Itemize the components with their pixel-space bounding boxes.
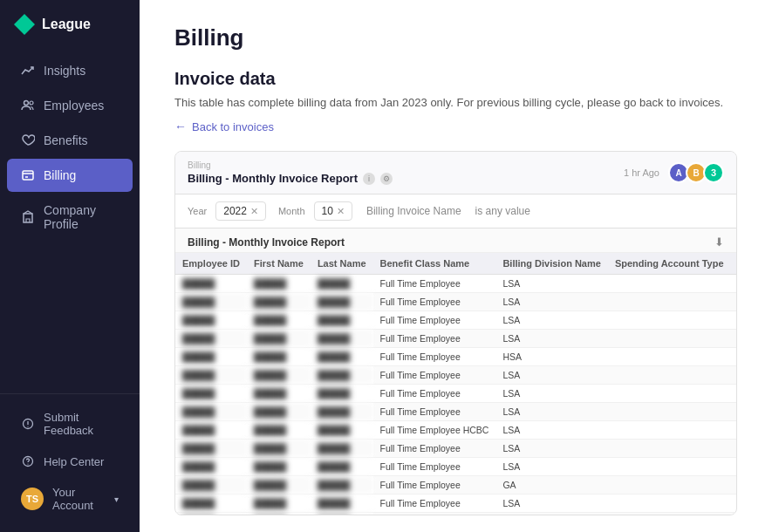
settings-icon[interactable]: ⚙ — [380, 173, 393, 185]
report-header-right: 1 hr Ago A B 3 — [624, 162, 724, 183]
sidebar-item-insights-label: Insights — [44, 64, 85, 78]
table-cell: Full Time Employee — [373, 293, 496, 311]
table-cell: 26,602.78 — [731, 275, 736, 293]
table-cell: █████ — [311, 494, 373, 513]
table-cell: █████ — [311, 440, 373, 458]
sidebar-item-employees[interactable]: Employees — [7, 89, 133, 122]
col-employee-id: Employee ID — [175, 253, 247, 275]
table-title: Billing - Monthly Invoice Report — [188, 236, 345, 249]
table-cell: HSA — [495, 348, 607, 366]
table-cell: LSA — [495, 440, 607, 458]
table-cell: █████ — [247, 421, 311, 440]
table-cell: 1,000.00 — [731, 348, 736, 366]
table-cell: 1,555.55 — [731, 311, 736, 330]
year-filter-clear[interactable]: ✕ — [250, 206, 258, 217]
table-cell — [608, 440, 731, 458]
table-cell: Full Time Employee — [373, 348, 496, 366]
report-name: Billing - Monthly Invoice Report — [188, 172, 358, 185]
sidebar-item-account[interactable]: TS Your Account ▾ — [7, 478, 133, 520]
col-spending-account: Spending Account Type — [608, 253, 731, 275]
table-cell: █████ — [311, 330, 373, 348]
back-to-invoices-link[interactable]: ← Back to invoices — [174, 119, 737, 133]
table-cell — [608, 476, 731, 494]
table-cell: █████ — [311, 385, 373, 403]
help-center-label: Help Center — [44, 455, 104, 468]
sidebar-item-help-center[interactable]: Help Center — [7, 447, 133, 476]
sidebar-item-benefits[interactable]: Benefits — [7, 124, 133, 157]
table-cell: █████ — [175, 476, 247, 494]
table-cell: LSA — [495, 366, 607, 385]
help-icon — [21, 454, 35, 468]
table-cell: █████ — [247, 275, 311, 293]
table-cell — [608, 275, 731, 293]
export-icon[interactable]: ⬇ — [714, 235, 724, 249]
table-cell: █████ — [247, 513, 311, 515]
year-filter-select[interactable]: 2022 ✕ — [215, 201, 266, 221]
main-content: Billing Invoice data This table has comp… — [140, 0, 772, 532]
table-cell: GA — [495, 476, 607, 494]
sidebar-item-submit-feedback[interactable]: Submit Feedback — [7, 403, 133, 445]
page-title: Billing — [174, 24, 737, 51]
filters-row: Year 2022 ✕ Month 10 ✕ Billing Invoice N… — [175, 194, 736, 228]
table-cell: 1,006 — [731, 513, 736, 515]
table-cell: Full Time Employee — [373, 476, 496, 494]
table-cell — [608, 513, 731, 515]
people-icon — [21, 99, 35, 113]
table-cell: Full Time Employee — [373, 403, 496, 421]
month-filter-clear[interactable]: ✕ — [337, 206, 345, 217]
table-cell — [608, 458, 731, 476]
table-cell — [608, 494, 731, 513]
year-filter-value: 2022 — [223, 205, 247, 217]
table-cell: LSA — [495, 330, 607, 348]
table-cell: █████ — [311, 513, 373, 515]
table-cell: █████ — [175, 403, 247, 421]
table-cell: █████ — [311, 458, 373, 476]
month-filter-select[interactable]: 10 ✕ — [314, 201, 352, 221]
sidebar-item-company-profile[interactable]: Company Profile — [7, 194, 133, 241]
table-cell: LSA — [495, 311, 607, 330]
report-breadcrumb: Billing — [188, 160, 393, 170]
table-row: ███████████████Full Time EmployeeGA1,200… — [175, 476, 736, 494]
table-cell: 6,941.50 — [731, 421, 736, 440]
table-cell — [608, 348, 731, 366]
table-cell: 1,460.08 — [731, 385, 736, 403]
billing-icon — [21, 168, 35, 182]
month-filter-label: Month — [278, 206, 305, 216]
sidebar-item-employees-label: Employees — [44, 99, 104, 113]
badge-count: 3 — [703, 162, 724, 183]
section-description: This table has complete billing data fro… — [174, 96, 737, 109]
table-cell: LSA — [495, 494, 607, 513]
table-cell: Full Time Employee — [373, 385, 496, 403]
table-cell: █████ — [247, 366, 311, 385]
svg-point-7 — [27, 463, 28, 464]
table-cell: █████ — [311, 275, 373, 293]
table-cell: Full Time Employee — [373, 458, 496, 476]
table-cell: █████ — [311, 311, 373, 330]
sidebar-item-billing[interactable]: Billing — [7, 159, 133, 192]
sidebar-nav: Insights Employees Benefits — [0, 45, 140, 393]
table-row: ███████████████Full Time EmployeeLSA26,6… — [175, 275, 736, 293]
report-header: Billing Billing - Monthly Invoice Report… — [175, 152, 736, 194]
table-body: ███████████████Full Time EmployeeLSA26,6… — [175, 275, 736, 515]
table-cell: █████ — [247, 385, 311, 403]
table-cell: LSA — [495, 385, 607, 403]
table-row: ███████████████Full Time EmployeeLSA3,05… — [175, 330, 736, 348]
table-row: ███████████████Full Time EmployeeHSA1,00… — [175, 348, 736, 366]
report-age: 1 hr Ago — [624, 167, 659, 178]
table-cell: █████ — [247, 311, 311, 330]
table-row: ███████████████Full Time EmployeeLSA1,46… — [175, 385, 736, 403]
table-container[interactable]: Employee ID First Name Last Name Benefit… — [175, 253, 736, 515]
table-cell — [608, 421, 731, 440]
table-row: ███████████████Full Time EmployeeLSA3,15… — [175, 293, 736, 311]
sidebar-item-insights[interactable]: Insights — [7, 54, 133, 87]
report-title-row: Billing - Monthly Invoice Report i ⚙ — [188, 172, 393, 185]
table-cell: Full Time Employee HCBC — [373, 421, 496, 440]
table-cell: LSA — [495, 458, 607, 476]
building-icon — [21, 210, 35, 224]
info-icon[interactable]: i — [363, 173, 375, 185]
table-cell: █████ — [175, 385, 247, 403]
svg-rect-2 — [23, 171, 33, 180]
table-cell: 3,056.73 — [731, 330, 736, 348]
col-billing-division: Billing Division Name — [495, 253, 607, 275]
table-cell: LSA — [495, 403, 607, 421]
